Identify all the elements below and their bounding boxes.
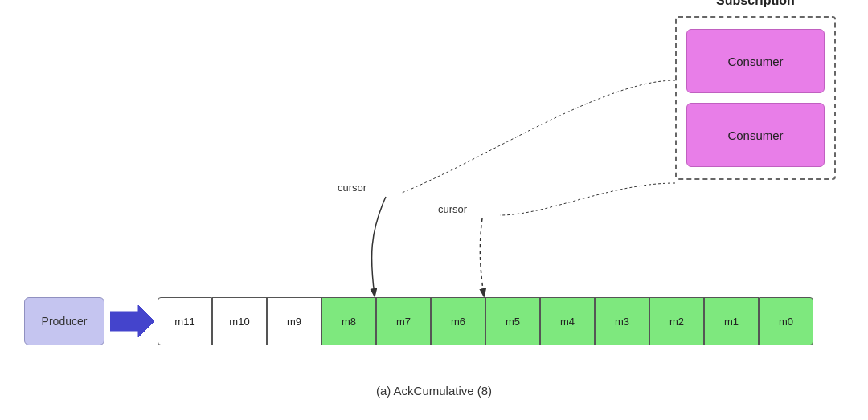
subscription-container: Subscription Consumer Consumer	[675, 16, 836, 180]
msg-cell-m8: m8	[321, 297, 376, 345]
producer-label: Producer	[42, 315, 88, 328]
msg-cell-m7: m7	[376, 297, 431, 345]
msg-cell-m6: m6	[431, 297, 485, 345]
svg-text:cursor: cursor	[438, 203, 468, 215]
msg-cell-m1: m1	[704, 297, 759, 345]
msg-cell-m11: m11	[158, 297, 212, 345]
svg-text:cursor: cursor	[338, 181, 367, 194]
msg-cell-m3: m3	[595, 297, 649, 345]
msg-cell-m5: m5	[485, 297, 540, 345]
consumer-box-2: Consumer	[686, 103, 825, 167]
msg-cell-m9: m9	[267, 297, 321, 345]
consumer-label-2: Consumer	[727, 128, 783, 142]
producer-box: Producer	[24, 297, 104, 345]
consumer-box-1: Consumer	[686, 29, 825, 93]
subscription-label: Subscription	[677, 0, 834, 8]
diagram-container: Producer m11m10m9m8m7m6m5m4m3m2m1m0 Subs…	[0, 0, 868, 420]
msg-cell-m10: m10	[212, 297, 267, 345]
msg-cell-m4: m4	[540, 297, 595, 345]
svg-marker-0	[110, 305, 154, 337]
consumer-label-1: Consumer	[727, 55, 783, 68]
producer-arrow	[108, 297, 156, 345]
queue-container: m11m10m9m8m7m6m5m4m3m2m1m0	[158, 297, 813, 345]
caption: (a) AckCumulative (8)	[0, 384, 868, 398]
msg-cell-m0: m0	[759, 297, 813, 345]
msg-cell-m2: m2	[649, 297, 704, 345]
